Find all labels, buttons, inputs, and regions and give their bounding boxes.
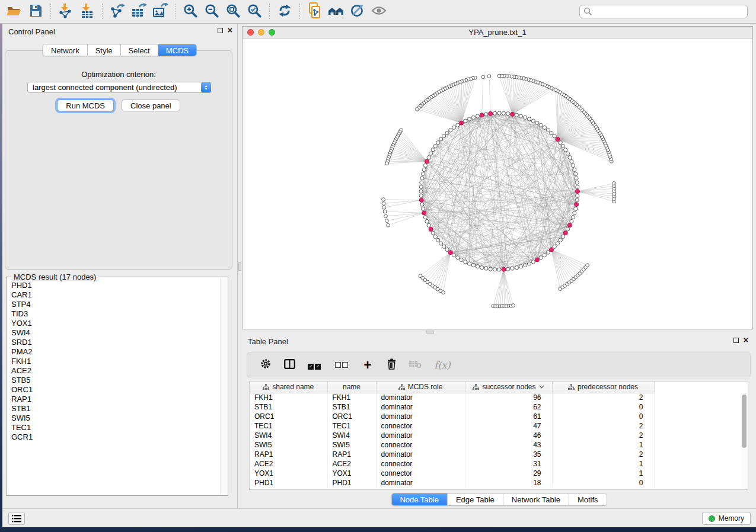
network-node[interactable] [511, 267, 514, 270]
network-node-mcds[interactable] [575, 203, 579, 207]
network-node[interactable] [553, 245, 556, 248]
network-node-mcds[interactable] [576, 190, 580, 194]
network-node-mcds[interactable] [563, 231, 567, 235]
network-node[interactable] [566, 227, 569, 231]
network-node[interactable] [476, 265, 479, 268]
network-node[interactable] [564, 148, 567, 152]
network-node[interactable] [431, 231, 435, 235]
network-node[interactable] [436, 141, 440, 145]
mcds-result-list[interactable]: PHD1CAR1STP4TID3YOX1SWI4SRD1PMA2FKH1ACE2… [11, 281, 219, 494]
network-node[interactable] [460, 258, 463, 261]
network-node-mcds[interactable] [489, 111, 493, 116]
column-header-mcds-role[interactable]: MCDS role [376, 382, 465, 393]
mcds-result-item[interactable]: YOX1 [11, 319, 219, 328]
network-node[interactable] [576, 185, 579, 189]
network-node[interactable] [497, 268, 501, 271]
table-scrollbar-track[interactable] [741, 393, 747, 489]
network-node[interactable] [506, 112, 510, 116]
mcds-result-item[interactable]: TID3 [11, 309, 219, 319]
network-node-mcds[interactable] [567, 223, 572, 227]
search-input[interactable] [579, 5, 748, 18]
create-column-button[interactable]: + [360, 357, 375, 373]
refresh-layout-button[interactable] [274, 2, 295, 21]
run-mcds-button[interactable]: Run MCDS [57, 100, 114, 111]
table-row[interactable]: STB1STB1dominator620 [250, 402, 654, 412]
task-history-button[interactable] [8, 512, 25, 525]
network-node[interactable] [452, 254, 456, 257]
network-node[interactable] [524, 264, 527, 267]
maximize-window-icon[interactable] [269, 29, 275, 36]
network-node[interactable] [559, 141, 562, 145]
network-node[interactable] [442, 291, 445, 294]
network-node[interactable] [421, 207, 425, 210]
vertical-splitter[interactable] [237, 24, 242, 508]
network-node-mcds[interactable] [480, 113, 484, 117]
network-node[interactable] [493, 111, 497, 115]
network-node[interactable] [570, 159, 573, 163]
column-header-successor-nodes[interactable]: successor nodes [465, 382, 552, 393]
network-node[interactable] [420, 177, 424, 180]
mcds-result-item[interactable]: ORC1 [11, 385, 219, 395]
mcds-result-item[interactable]: SRD1 [11, 338, 219, 347]
float-panel-icon[interactable] [733, 338, 739, 343]
network-node[interactable] [439, 242, 443, 245]
network-node[interactable] [456, 256, 460, 259]
splitter-grip[interactable] [238, 262, 241, 271]
mcds-result-item[interactable]: STB1 [11, 404, 219, 414]
network-node[interactable] [572, 216, 575, 219]
network-node[interactable] [471, 264, 475, 267]
network-node-mcds[interactable] [422, 211, 426, 215]
network-node-mcds[interactable] [460, 121, 464, 125]
network-node[interactable] [382, 202, 385, 206]
table-row[interactable]: YOX1YOX1connector291 [250, 469, 654, 478]
table-scrollbar-thumb[interactable] [742, 395, 747, 448]
network-node[interactable] [556, 242, 559, 245]
export-image-button[interactable] [149, 2, 171, 21]
network-node[interactable] [433, 145, 437, 148]
mcds-result-item[interactable]: STB5 [11, 376, 219, 385]
tab-network[interactable]: Network [43, 44, 88, 56]
select-all-columns-button[interactable]: ✓✓ [305, 357, 324, 373]
network-node[interactable] [384, 214, 388, 218]
mcds-result-item[interactable]: CAR1 [11, 290, 219, 300]
network-node[interactable] [543, 126, 546, 129]
network-node-mcds[interactable] [429, 227, 433, 231]
network-node[interactable] [445, 132, 449, 135]
mcds-result-item[interactable]: SWI5 [11, 414, 219, 423]
network-node[interactable] [568, 156, 572, 159]
close-window-icon[interactable] [247, 29, 254, 36]
network-node[interactable] [515, 266, 518, 270]
network-node[interactable] [476, 114, 479, 118]
mcds-result-item[interactable]: TEC1 [11, 423, 219, 432]
memory-button[interactable]: Memory [702, 512, 751, 525]
network-node[interactable] [442, 134, 446, 138]
network-node[interactable] [456, 123, 460, 127]
tab-select[interactable]: Select [121, 44, 158, 56]
network-node[interactable] [527, 117, 531, 121]
mcds-result-item[interactable]: GCR1 [11, 432, 219, 442]
network-node[interactable] [575, 177, 578, 180]
network-node[interactable] [512, 304, 515, 307]
network-node[interactable] [385, 162, 389, 165]
network-node[interactable] [467, 262, 471, 265]
result-list-scrollbar[interactable] [220, 278, 227, 495]
tab-motifs[interactable]: Motifs [569, 493, 607, 505]
close-panel-button[interactable]: Close panel [122, 100, 180, 111]
network-node[interactable] [467, 117, 471, 121]
network-node[interactable] [484, 113, 488, 116]
table-row[interactable]: TEC1TEC1connector472 [250, 421, 654, 431]
network-node[interactable] [480, 266, 484, 270]
network-node[interactable] [429, 152, 432, 155]
network-node[interactable] [554, 88, 557, 92]
network-canvas[interactable] [243, 39, 752, 329]
network-node[interactable] [546, 129, 550, 132]
table-row[interactable]: ORC1ORC1dominator610 [250, 412, 654, 421]
network-node[interactable] [576, 194, 579, 197]
network-node[interactable] [553, 134, 556, 138]
network-node[interactable] [574, 172, 578, 176]
network-node[interactable] [423, 164, 427, 167]
float-panel-icon[interactable] [218, 28, 223, 33]
table-row[interactable]: FKH1FKH1dominator962 [250, 393, 654, 402]
unselect-all-columns-button[interactable] [333, 357, 352, 373]
network-node[interactable] [539, 256, 543, 259]
